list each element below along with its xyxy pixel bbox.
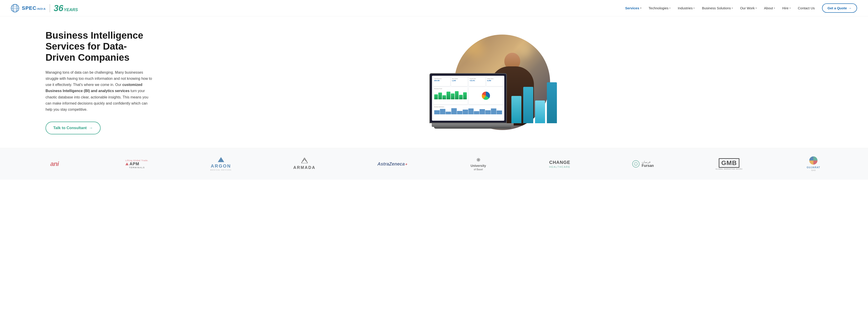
nav-item-technologies[interactable]: Technologies ▾ bbox=[645, 4, 674, 12]
our-work-chevron-icon: ▾ bbox=[755, 7, 757, 9]
nav-item-services[interactable]: Services ▾ bbox=[622, 4, 645, 12]
dashboard-bar-chart: Revenue Trend bbox=[433, 87, 468, 104]
logo-fursan: T فرسان Fursan bbox=[632, 160, 654, 168]
laptop-bottom bbox=[434, 127, 512, 129]
get-quote-button[interactable]: Get a Quote → bbox=[822, 3, 857, 13]
client-logos-section: ani Lifting Global Trade. APM TERMINALS … bbox=[0, 148, 868, 179]
argon-triangle-icon bbox=[218, 157, 224, 162]
bar-3 bbox=[442, 95, 446, 99]
apm-top-text: Lifting Global Trade. bbox=[125, 159, 149, 162]
dashboard-kpi-1: Total Revenue $94.5M bbox=[433, 77, 450, 87]
bokeh-decoration-1 bbox=[466, 39, 484, 57]
gujarat-main-text: GUJARAT bbox=[807, 166, 820, 169]
deco-bar-1 bbox=[512, 96, 521, 123]
dashboard-kpi-4: Active Users 8,450 bbox=[486, 77, 503, 87]
dashboard-pie-chart bbox=[469, 87, 503, 104]
armada-icon bbox=[301, 158, 308, 164]
technologies-chevron-icon: ▾ bbox=[669, 7, 671, 9]
gmb-text: GMB bbox=[719, 158, 739, 168]
get-quote-arrow-icon: → bbox=[848, 6, 851, 10]
logo-ani: ani bbox=[45, 160, 64, 168]
mini-bar-3 bbox=[445, 111, 451, 114]
mini-bar-6 bbox=[463, 109, 468, 114]
mini-bar-1 bbox=[434, 110, 440, 114]
laptop-mockup: Total Revenue $94.5M New Clients 1,240 G… bbox=[429, 73, 516, 132]
svg-text:T: T bbox=[635, 163, 636, 165]
logo-gmb: GMB GLOBAL MARKETING MICRO bbox=[715, 158, 743, 170]
nav-item-industries[interactable]: Industries ▾ bbox=[674, 4, 698, 12]
uob-line1-text: University bbox=[471, 164, 486, 168]
laptop-screen: Total Revenue $94.5M New Clients 1,240 G… bbox=[429, 73, 507, 123]
mini-bar-12 bbox=[497, 110, 502, 114]
talk-to-consultant-button[interactable]: Talk to Consultant → bbox=[45, 122, 101, 134]
bar-1 bbox=[434, 94, 438, 99]
nav-item-about[interactable]: About ▾ bbox=[761, 4, 779, 12]
mini-bar-11 bbox=[491, 108, 496, 114]
change-main-text: CHANGE bbox=[549, 160, 570, 165]
kpi-3-label: Growth Rate bbox=[469, 78, 485, 79]
change-sub-text: HEALTHCARE bbox=[549, 166, 570, 168]
hero-image-container: Total Revenue $94.5M New Clients 1,240 G… bbox=[443, 35, 561, 130]
about-chevron-icon: ▾ bbox=[774, 7, 775, 9]
nav-item-contact-us[interactable]: Contact Us bbox=[794, 4, 818, 12]
logo-india: INDIA bbox=[37, 7, 46, 10]
dashboard-kpi-3: Growth Rate +23.4% bbox=[469, 77, 486, 87]
hire-chevron-icon: ▾ bbox=[789, 7, 790, 9]
fursan-english-text: Fursan bbox=[642, 164, 654, 168]
cta-arrow-icon: → bbox=[89, 126, 93, 130]
laptop-base bbox=[432, 123, 514, 127]
hero-section: Business Intelligence Services for Data-… bbox=[0, 16, 868, 148]
kpi-4-label: Active Users bbox=[487, 78, 502, 79]
nav-item-our-work[interactable]: Our Work ▾ bbox=[737, 4, 761, 12]
bar-7 bbox=[459, 95, 463, 99]
mini-bar-9 bbox=[479, 109, 485, 114]
hero-content: Business Intelligence Services for Data-… bbox=[45, 30, 164, 134]
dashboard-display: Total Revenue $94.5M New Clients 1,240 G… bbox=[432, 76, 504, 121]
deco-bar-4 bbox=[547, 82, 557, 123]
gujarat-sub-text: GAS bbox=[811, 169, 816, 171]
main-nav: Services ▾ Technologies ▾ Industries ▾ B… bbox=[622, 3, 857, 13]
header: SPEC INDIA 36 YEARS Services ▾ Technolog… bbox=[0, 0, 868, 16]
globe-icon bbox=[11, 4, 19, 12]
argon-main-text: ARGON bbox=[211, 163, 231, 169]
deco-bar-2 bbox=[523, 87, 533, 123]
mini-bar-2 bbox=[440, 109, 445, 114]
bar-chart-bars bbox=[434, 90, 467, 99]
hero-visual: Total Revenue $94.5M New Clients 1,240 G… bbox=[164, 32, 841, 132]
apm-sub-text: TERMINALS bbox=[125, 166, 149, 169]
bar-5 bbox=[451, 93, 455, 99]
argon-sub-text: MEDICAL DEVICES bbox=[210, 169, 232, 171]
deco-bar-3 bbox=[535, 100, 545, 123]
mini-bar-chart bbox=[434, 107, 502, 114]
bar-6 bbox=[455, 91, 459, 99]
astrazeneca-text: AstraZeneca✦ bbox=[377, 161, 407, 167]
bar-8 bbox=[463, 92, 467, 99]
business-solutions-chevron-icon: ▾ bbox=[732, 7, 733, 9]
logo-change-healthcare: CHANGE HEALTHCARE bbox=[549, 160, 570, 168]
logo-argon: ARGON MEDICAL DEVICES bbox=[210, 157, 232, 171]
mini-bar-4 bbox=[451, 108, 457, 114]
hero-description: Managing tons of data can be challenging… bbox=[45, 69, 155, 112]
kpi-2-label: New Clients bbox=[452, 78, 467, 79]
fursan-arabic-text: فرسان bbox=[642, 160, 650, 164]
dashboard-bottom-chart: Monthly Distribution bbox=[433, 105, 503, 119]
kpi-3-value: +23.4% bbox=[469, 80, 485, 81]
uob-snowflake-icon: ❋ bbox=[476, 157, 480, 163]
logo-apm-terminals: Lifting Global Trade. APM TERMINALS bbox=[125, 159, 149, 169]
pie-chart-visual bbox=[482, 92, 490, 100]
nav-item-business-solutions[interactable]: Business Solutions ▾ bbox=[698, 4, 737, 12]
mini-bar-10 bbox=[485, 110, 491, 114]
logo-university-of-basel: ❋ University of Basel bbox=[469, 157, 488, 171]
nav-item-hire[interactable]: Hire ▾ bbox=[779, 4, 794, 12]
fursan-circle-icon: T bbox=[632, 160, 640, 168]
kpi-1-label: Total Revenue bbox=[434, 78, 449, 79]
fursan-inner-icon: T bbox=[634, 162, 638, 166]
uob-line2-text: of Basel bbox=[474, 168, 483, 171]
logo[interactable]: SPEC INDIA 36 YEARS bbox=[11, 4, 78, 12]
mini-bar-5 bbox=[457, 111, 462, 114]
logo-armada: ARMADA bbox=[293, 158, 316, 170]
kpi-2-value: 1,240 bbox=[452, 80, 467, 81]
kpi-4-value: 8,450 bbox=[487, 80, 502, 81]
dashboard-kpi-2: New Clients 1,240 bbox=[451, 77, 468, 87]
services-chevron-icon: ▾ bbox=[640, 7, 641, 9]
